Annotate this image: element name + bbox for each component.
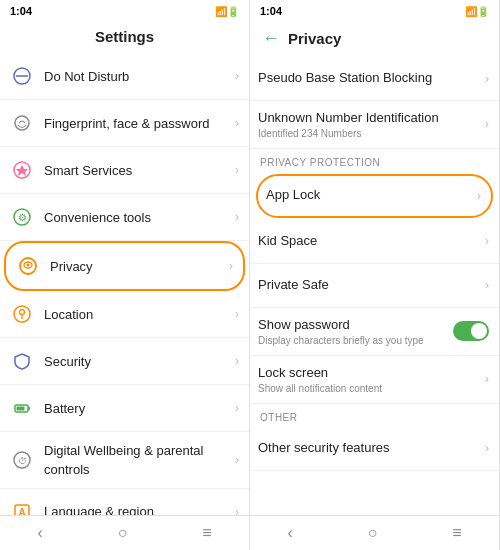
- battery-label: Battery: [44, 401, 85, 416]
- right-item-show-password[interactable]: Show passwordDisplay characters briefly …: [250, 308, 499, 356]
- left-item-battery[interactable]: Battery›: [0, 385, 249, 432]
- fingerprint-icon: [8, 109, 36, 137]
- battery-chevron: ›: [235, 401, 239, 415]
- left-item-do-not-disturb[interactable]: Do Not Disturb›: [0, 53, 249, 100]
- left-item-location[interactable]: Location›: [0, 291, 249, 338]
- left-menu-nav[interactable]: ≡: [202, 524, 211, 542]
- back-button[interactable]: ←: [262, 28, 280, 49]
- convenience-tools-chevron: ›: [235, 210, 239, 224]
- section-header-other: OTHER: [250, 404, 499, 427]
- security-icon: [8, 347, 36, 375]
- convenience-tools-label: Convenience tools: [44, 210, 151, 225]
- app-lock-chevron: ›: [477, 189, 481, 203]
- left-time: 1:04: [10, 5, 32, 17]
- svg-rect-14: [17, 407, 25, 411]
- show-password-toggle[interactable]: [453, 321, 489, 341]
- right-item-lock-screen[interactable]: Lock screenShow all notification content…: [250, 356, 499, 404]
- smart-services-chevron: ›: [235, 163, 239, 177]
- svg-point-11: [20, 310, 25, 315]
- language-label: Language & region: [44, 504, 154, 515]
- left-panel-title: Settings: [0, 22, 249, 53]
- svg-rect-13: [28, 407, 30, 410]
- lock-screen-chevron: ›: [485, 372, 489, 386]
- right-panel-title: Privacy: [288, 30, 341, 47]
- right-item-other-security[interactable]: Other security features›: [250, 427, 499, 471]
- right-item-app-lock[interactable]: App Lock›: [256, 174, 493, 218]
- right-time: 1:04: [260, 5, 282, 17]
- app-lock-label: App Lock: [266, 187, 473, 204]
- right-settings-list: Pseudo Base Station Blocking›Unknown Num…: [250, 57, 499, 515]
- smart-services-label: Smart Services: [44, 163, 132, 178]
- right-item-pseudo-base[interactable]: Pseudo Base Station Blocking›: [250, 57, 499, 101]
- kid-space-chevron: ›: [485, 234, 489, 248]
- fingerprint-label: Fingerprint, face & password: [44, 116, 209, 131]
- svg-marker-4: [16, 165, 28, 176]
- unknown-number-sublabel: Identified 234 Numbers: [258, 128, 481, 139]
- location-label: Location: [44, 307, 93, 322]
- left-panel: 1:04 📶🔋 Settings Do Not Disturb›Fingerpr…: [0, 0, 250, 550]
- svg-text:⏱: ⏱: [18, 456, 27, 466]
- kid-space-label: Kid Space: [258, 233, 481, 250]
- pseudo-base-label: Pseudo Base Station Blocking: [258, 70, 481, 87]
- digital-wellbeing-chevron: ›: [235, 453, 239, 467]
- do-not-disturb-icon: [8, 62, 36, 90]
- privacy-icon: [14, 252, 42, 280]
- right-panel-header: ← Privacy: [250, 22, 499, 57]
- other-security-chevron: ›: [485, 441, 489, 455]
- left-item-fingerprint[interactable]: Fingerprint, face & password›: [0, 100, 249, 147]
- left-item-convenience-tools[interactable]: ⚙Convenience tools›: [0, 194, 249, 241]
- show-password-toggle-knob: [471, 323, 487, 339]
- private-safe-label: Private Safe: [258, 277, 481, 294]
- location-chevron: ›: [235, 307, 239, 321]
- right-status-bar: 1:04 📶🔋: [250, 0, 499, 22]
- do-not-disturb-chevron: ›: [235, 69, 239, 83]
- left-item-language[interactable]: ALanguage & region›: [0, 489, 249, 515]
- unknown-number-label: Unknown Number Identification: [258, 110, 481, 127]
- right-menu-nav[interactable]: ≡: [452, 524, 461, 542]
- fingerprint-chevron: ›: [235, 116, 239, 130]
- left-status-bar: 1:04 📶🔋: [0, 0, 249, 22]
- lock-screen-sublabel: Show all notification content: [258, 383, 481, 394]
- right-item-unknown-number[interactable]: Unknown Number IdentificationIdentified …: [250, 101, 499, 149]
- unknown-number-chevron: ›: [485, 117, 489, 131]
- do-not-disturb-label: Do Not Disturb: [44, 69, 129, 84]
- language-chevron: ›: [235, 505, 239, 515]
- privacy-label: Privacy: [50, 259, 93, 274]
- right-item-private-safe[interactable]: Private Safe›: [250, 264, 499, 308]
- left-settings-list: Do Not Disturb›Fingerprint, face & passw…: [0, 53, 249, 515]
- svg-point-9: [27, 264, 30, 267]
- location-icon: [8, 300, 36, 328]
- left-item-security[interactable]: Security›: [0, 338, 249, 385]
- other-security-label: Other security features: [258, 440, 481, 457]
- section-header-privacy-protection: PRIVACY PROTECTION: [250, 149, 499, 172]
- left-item-smart-services[interactable]: Smart Services›: [0, 147, 249, 194]
- digital-wellbeing-icon: ⏱: [8, 446, 36, 474]
- left-item-privacy[interactable]: Privacy›: [4, 241, 245, 291]
- left-back-nav[interactable]: ‹: [37, 524, 42, 542]
- private-safe-chevron: ›: [485, 278, 489, 292]
- show-password-sublabel: Display characters briefly as you type: [258, 335, 453, 346]
- svg-text:⚙: ⚙: [18, 212, 27, 223]
- language-icon: A: [8, 498, 36, 515]
- security-label: Security: [44, 354, 91, 369]
- left-nav-bar: ‹ ○ ≡: [0, 515, 249, 550]
- right-back-nav[interactable]: ‹: [287, 524, 292, 542]
- left-item-digital-wellbeing[interactable]: ⏱Digital Wellbeing & parental controls›: [0, 432, 249, 489]
- right-item-kid-space[interactable]: Kid Space›: [250, 220, 499, 264]
- right-status-icons: 📶🔋: [465, 6, 489, 17]
- show-password-label: Show password: [258, 317, 453, 334]
- privacy-chevron: ›: [229, 259, 233, 273]
- right-nav-bar: ‹ ○ ≡: [250, 515, 499, 550]
- convenience-tools-icon: ⚙: [8, 203, 36, 231]
- right-panel: 1:04 📶🔋 ← Privacy Pseudo Base Station Bl…: [250, 0, 500, 550]
- left-home-nav[interactable]: ○: [118, 524, 128, 542]
- digital-wellbeing-label: Digital Wellbeing & parental controls: [44, 443, 203, 477]
- lock-screen-label: Lock screen: [258, 365, 481, 382]
- security-chevron: ›: [235, 354, 239, 368]
- left-status-icons: 📶🔋: [215, 6, 239, 17]
- svg-text:A: A: [18, 507, 25, 515]
- smart-services-icon: [8, 156, 36, 184]
- battery-icon: [8, 394, 36, 422]
- right-home-nav[interactable]: ○: [368, 524, 378, 542]
- pseudo-base-chevron: ›: [485, 72, 489, 86]
